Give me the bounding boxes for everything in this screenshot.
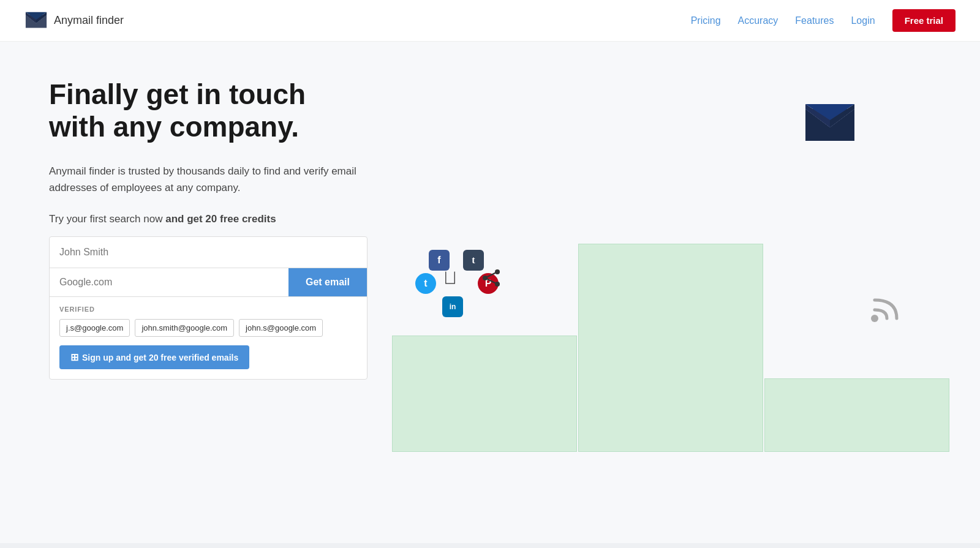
main-content: Finally get in touch with any company. A…: [0, 42, 980, 446]
email-tag-1: j.s@google.com: [59, 319, 130, 337]
hero-title: Finally get in touch with any company.: [49, 78, 368, 143]
cta-text-prefix: Try your first search now: [49, 213, 165, 225]
hero-subtitle: Anymail finder is trusted by thousands d…: [49, 163, 368, 196]
left-panel: Finally get in touch with any company. A…: [49, 78, 368, 446]
free-trial-button[interactable]: Free trial: [892, 9, 956, 32]
bar-1: [392, 336, 577, 452]
nav-login[interactable]: Login: [851, 15, 875, 26]
right-panel: f t t P in ⨆: [392, 78, 931, 446]
signup-plus-icon: ⊞: [70, 351, 78, 363]
get-email-button[interactable]: Get email: [288, 268, 367, 296]
search-domain-input[interactable]: [50, 268, 288, 296]
search-domain-row: Get email: [50, 268, 367, 296]
search-box: Get email VERIFIED j.s@google.com john.s…: [49, 236, 368, 380]
email-tag-3: john.s@google.com: [239, 319, 323, 337]
verified-section: VERIFIED j.s@google.com john.smith@googl…: [50, 296, 367, 379]
search-name-row: [50, 237, 367, 268]
bar-3: [764, 378, 949, 452]
verified-label: VERIFIED: [59, 306, 357, 313]
signup-label: Sign up and get 20 free verified emails: [82, 353, 238, 362]
nav-features[interactable]: Features: [795, 15, 834, 26]
bars-chart: [392, 244, 949, 452]
brand-name: Anymail finder: [54, 14, 124, 27]
nav-accuracy[interactable]: Accuracy: [738, 15, 778, 26]
navbar: Anymail finder Pricing Accuracy Features…: [0, 0, 980, 42]
signup-button[interactable]: ⊞ Sign up and get 20 free verified email…: [59, 345, 249, 369]
brand-logo-link[interactable]: Anymail finder: [24, 9, 124, 32]
bar-2: [578, 244, 763, 452]
envelope-icon: [802, 97, 858, 146]
nav-pricing[interactable]: Pricing: [691, 15, 721, 26]
email-tags: j.s@google.com john.smith@google.com joh…: [59, 319, 357, 337]
cta-text: Try your first search now and get 20 fre…: [49, 213, 368, 225]
email-tag-2: john.smith@google.com: [135, 319, 234, 337]
page-bottom-bar: [0, 543, 980, 548]
envelope-decoration: [802, 97, 858, 146]
search-name-input[interactable]: [50, 237, 367, 268]
cta-text-bold: and get 20 free credits: [165, 213, 276, 225]
brand-logo-icon: [24, 9, 48, 32]
nav-links: Pricing Accuracy Features Login Free tri…: [691, 9, 956, 32]
